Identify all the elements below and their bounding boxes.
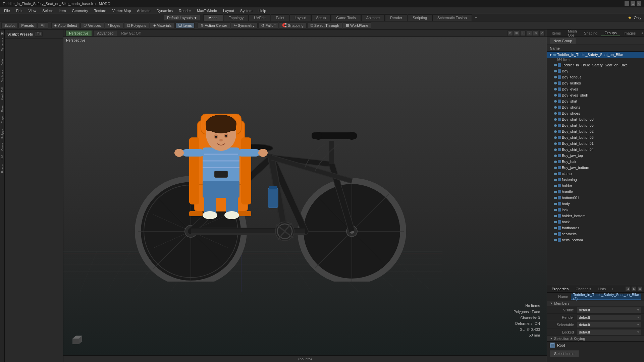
snapping-button[interactable]: 🧲 Snapping xyxy=(279,22,307,28)
prop-tab-properties[interactable]: Properties xyxy=(548,286,572,292)
tab-schematic[interactable]: Schematic Fusion xyxy=(432,14,472,21)
tree-item-28[interactable]: seatbelts xyxy=(551,231,644,237)
tree-item-0[interactable]: Toddler_in_Thule_Safety_Seat_on_Bike xyxy=(551,62,644,68)
right-tab-mesh-ops[interactable]: Mesh Ops xyxy=(565,28,580,38)
sculpt-button[interactable]: Sculpt xyxy=(1,22,18,28)
prop-settings-icon[interactable]: ⚙ xyxy=(637,286,643,292)
tree-root-item[interactable]: ▶ Toddler_in_Thule_Safety_Seat_on_Bike xyxy=(547,52,644,58)
close-button[interactable]: ✕ xyxy=(637,1,641,6)
tree-item-11[interactable]: Boy_shirt_button02 xyxy=(551,128,644,134)
prop-selectable-value[interactable]: default ▼ xyxy=(577,322,641,328)
menu-animate[interactable]: Animate xyxy=(134,8,153,13)
tab-model[interactable]: Model xyxy=(203,14,223,21)
left-tab-edge[interactable]: Edge xyxy=(0,114,5,125)
tab-game-tools[interactable]: Game Tools xyxy=(331,14,361,21)
tree-item-14[interactable]: Boy_shirt_button04 xyxy=(551,146,644,153)
new-group-button[interactable]: New Group xyxy=(550,38,576,44)
tree-item-20[interactable]: holder xyxy=(551,183,644,189)
viewport-ctrl-1[interactable]: ⊙ xyxy=(507,31,513,36)
add-tab-button[interactable]: + xyxy=(472,14,480,21)
action-center-button[interactable]: ⊕ Action Center xyxy=(198,22,230,28)
tab-animate[interactable]: Animate xyxy=(361,14,385,21)
viewport-ctrl-2[interactable]: ⊞ xyxy=(514,31,519,36)
edges-button[interactable]: / Edges xyxy=(105,22,123,28)
tree-item-5[interactable]: Boy_eyes_shell xyxy=(551,92,644,98)
menu-system[interactable]: System xyxy=(237,8,255,13)
tree-item-18[interactable]: clamp xyxy=(551,171,644,177)
right-tab-groups[interactable]: Groups xyxy=(601,30,620,36)
materials-button[interactable]: ◈ Materials xyxy=(150,22,175,28)
tree-item-26[interactable]: back xyxy=(551,219,644,225)
maximize-button[interactable]: □ xyxy=(631,1,635,6)
tree-item-25[interactable]: holder_bottom xyxy=(551,213,644,219)
select-through-button[interactable]: ⊡ Select Through xyxy=(307,22,342,28)
tree-item-3[interactable]: Boy_lashes xyxy=(551,80,644,86)
menu-render[interactable]: Render xyxy=(176,8,194,13)
selection-keying-header[interactable]: ▼ Selection & Keying xyxy=(547,336,644,342)
left-tab-polygon[interactable]: Polygon xyxy=(0,126,5,141)
tree-item-19[interactable]: fastening xyxy=(551,177,644,183)
prop-render-value[interactable]: default ▼ xyxy=(577,314,641,320)
tab-setup[interactable]: Setup xyxy=(311,14,331,21)
tree-item-27[interactable]: footboards xyxy=(551,225,644,231)
left-tab-basic[interactable]: Basic xyxy=(0,103,5,114)
tree-item-6[interactable]: Boy_shirt xyxy=(551,98,644,104)
menu-dynamics[interactable]: Dynamics xyxy=(154,8,175,13)
left-tab-uv[interactable]: UV xyxy=(0,153,5,162)
prop-tab-add[interactable]: + xyxy=(609,286,615,292)
left-tab-curve[interactable]: Curve xyxy=(0,141,5,153)
tree-item-9[interactable]: Boy_shirt_button03 xyxy=(551,116,644,122)
tab-layout[interactable]: Layout xyxy=(290,14,311,21)
viewport-tab-advanced[interactable]: Advanced xyxy=(93,30,117,36)
left-tab-duplicate[interactable]: Duplicate xyxy=(0,68,5,84)
symmetry-button[interactable]: ⇔ Symmetry xyxy=(231,22,258,28)
menu-geometry[interactable]: Geometry xyxy=(69,8,91,13)
left-tab-deform[interactable]: Deform xyxy=(0,54,5,68)
right-tab-items[interactable]: Items xyxy=(548,31,564,36)
menu-layout[interactable]: Layout xyxy=(220,8,237,13)
viewport-tab-perspective[interactable]: Perspective xyxy=(65,30,92,36)
left-tab-dynamics[interactable]: Dynamics xyxy=(0,36,5,53)
members-section-header[interactable]: ▼ Members xyxy=(547,301,644,306)
tree-item-24[interactable]: lock xyxy=(551,207,644,213)
right-tab-add[interactable]: + xyxy=(639,31,644,36)
menu-item[interactable]: Item xyxy=(56,8,68,13)
tree-item-8[interactable]: Boy_shoes xyxy=(551,110,644,116)
tab-topology[interactable]: Topology xyxy=(224,14,249,21)
prop-name-value[interactable]: Toddler_in_Thule_Safety_Seat_on_Bike (2) xyxy=(571,294,641,300)
tree-item-15[interactable]: Boy_jaw_top xyxy=(551,153,644,159)
menu-select[interactable]: Select xyxy=(40,8,55,13)
tree-item-13[interactable]: Boy_shirt_button01 xyxy=(551,140,644,146)
left-tab-mesh-edit[interactable]: Mesh Edit xyxy=(0,85,5,102)
tab-paint[interactable]: Paint xyxy=(271,14,289,21)
prop-expand-right[interactable]: ▶ xyxy=(631,286,637,292)
prop-expand-left[interactable]: ◀ xyxy=(625,286,631,292)
prop-tab-channels[interactable]: Channels xyxy=(572,286,594,292)
menu-edit[interactable]: Edit xyxy=(13,8,25,13)
default-layouts-dropdown[interactable]: Default Layouts ▼ xyxy=(164,15,200,21)
right-tab-shading[interactable]: Shading xyxy=(581,31,601,36)
prop-tab-lists[interactable]: Lists xyxy=(595,286,609,292)
tree-item-16[interactable]: Boy_hair xyxy=(551,159,644,165)
tree-item-10[interactable]: Boy_shirt_button05 xyxy=(551,122,644,128)
menu-vertex-map[interactable]: Vertex Map xyxy=(110,8,134,13)
viewport-ctrl-zoom-out[interactable]: - xyxy=(527,31,532,36)
minimize-button[interactable]: ─ xyxy=(625,1,629,6)
tab-scripting[interactable]: Scripting xyxy=(408,14,432,21)
prop-visible-value[interactable]: default ▼ xyxy=(577,307,641,313)
polygons-button[interactable]: ◻ Polygons xyxy=(124,22,149,28)
tree-item-4[interactable]: Boy_eyes xyxy=(551,86,644,92)
menu-maxtomodo[interactable]: MaxToModo xyxy=(194,8,220,13)
tree-item-12[interactable]: Boy_shirt_button06 xyxy=(551,134,644,140)
auto-select-button[interactable]: ◈ Auto Select xyxy=(51,22,80,28)
tree-item-17[interactable]: Boy_jaw_bottom xyxy=(551,165,644,171)
viewport-3d[interactable]: Perspective No Items Polygons : Face Cha… xyxy=(63,37,547,355)
prop-locked-value[interactable]: default ▼ xyxy=(577,329,641,335)
workplane-button[interactable]: ▦ WorkPlane xyxy=(343,22,371,28)
tree-item-29[interactable]: belts_bottom xyxy=(551,237,644,243)
tab-uvedit[interactable]: UVEdit xyxy=(249,14,270,21)
right-tab-images[interactable]: Images xyxy=(620,31,639,36)
menu-help[interactable]: Help xyxy=(256,8,269,13)
sculpt-fill-button[interactable]: Fill xyxy=(35,32,43,37)
menu-file[interactable]: File xyxy=(1,8,13,13)
